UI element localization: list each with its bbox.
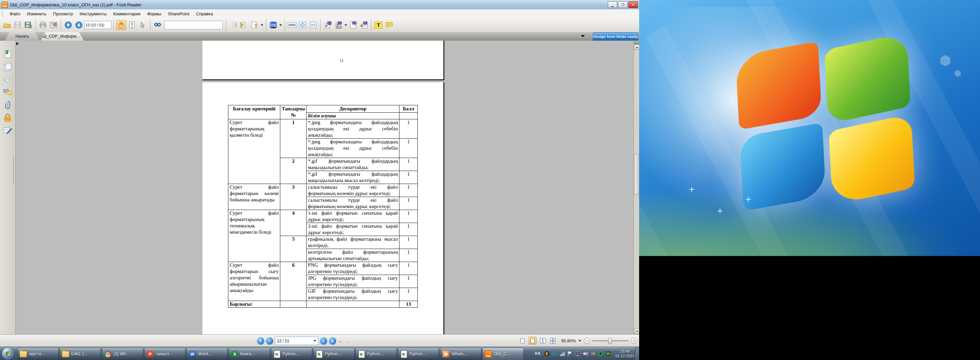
actual-size-icon[interactable]: 100% [287,20,297,30]
docusign-dropdown-caret[interactable] [279,24,282,26]
zoom-in-button[interactable]: + [631,338,637,344]
language-indicator[interactable]: KK [534,350,542,357]
action-center-flag-icon[interactable] [567,351,573,356]
previous-page-icon[interactable] [64,20,73,30]
menu-sharepoint[interactable]: SharePoint [165,9,193,18]
taskbar-button-word[interactable]: WWord... [186,348,228,360]
autoscroll-dropdown-caret[interactable] [261,24,263,26]
previous-view-icon[interactable] [229,20,238,30]
taskbar-button-chrome[interactable]: (3) Wh... [102,348,143,360]
taskbar-button-python-3[interactable]: Python... [355,348,397,360]
page-number-field[interactable] [84,21,111,29]
blank-pdf-icon[interactable] [348,20,358,30]
taskbar-button-foxit[interactable]: PDFОШ_С... [482,348,523,360]
email-icon[interactable] [49,20,58,30]
document-view[interactable]: 11 Бағалау критерийі Тапсырма № Дескрипт… [16,41,633,334]
title-bar[interactable]: PDF ОШ_СОР_Информатика_10 класс_ОГН_каз … [0,0,639,10]
select-annotation-icon[interactable] [138,20,148,30]
start-button[interactable] [2,348,14,359]
taskbar-button-folder-2[interactable]: БЖБ 2... [60,348,101,360]
menu-view[interactable]: Просмотр [50,9,76,18]
note-comment-icon[interactable] [385,20,394,30]
panel-expand-icon[interactable] [16,42,19,45]
taskbar-button-python-1[interactable]: Python... [271,348,312,360]
show-desktop-button[interactable] [635,347,639,360]
save-icon[interactable] [13,20,22,30]
layers-panel-icon[interactable] [3,75,13,85]
attachments-panel-icon[interactable] [3,100,13,110]
combine-pdf-icon[interactable] [359,20,369,30]
pdf-from-scanner-icon[interactable] [334,20,343,30]
open-file-icon[interactable] [2,20,12,30]
fit-width-icon[interactable] [309,20,318,30]
select-text-icon[interactable] [127,20,137,30]
volume-tray-icon[interactable] [582,351,588,356]
menu-file[interactable]: Файл [6,9,24,18]
taskbar-button-folder-1[interactable]: зертте... [18,348,59,360]
menu-forms[interactable]: Формы [144,9,165,18]
tab-close-icon[interactable]: x [83,34,85,38]
taskbar-button-excel[interactable]: XКнига... [229,348,270,360]
security-tray-icon[interactable] [544,351,550,356]
network-antenna-tray-icon[interactable] [552,351,557,356]
last-page-button[interactable]: ⤓ [329,338,336,345]
taskbar-button-whatsapp[interactable]: Whats... [440,348,481,360]
fit-page-icon[interactable] [298,20,307,30]
signature-panel-icon[interactable] [3,125,13,135]
color-app-tray-icon[interactable] [590,351,595,356]
green-status-tray-icon[interactable] [598,351,603,356]
minimize-button[interactable]: ▁ [608,2,617,8]
taskbar-clock[interactable]: 23:49 01.12.2021 [615,349,635,358]
promo-banner[interactable]: Design form fields easily [593,32,638,41]
zoom-slider[interactable] [592,340,629,341]
first-page-button[interactable]: ⤒ [257,338,264,345]
highlight-text-icon[interactable]: T [374,20,383,30]
taskbar-button-python-2[interactable]: Python... [313,348,355,360]
menu-help[interactable]: Справка [193,9,216,18]
zoom-out-button[interactable]: − [584,338,590,344]
pdf-from-file-icon[interactable] [323,20,332,30]
page-dropdown-caret[interactable] [313,340,316,342]
docusign-icon[interactable]: DS [269,20,278,30]
next-page-button[interactable]: ↓ [320,338,327,345]
hand-tool-icon[interactable] [116,20,126,30]
find-icon[interactable] [153,20,162,30]
scanner-dropdown-caret[interactable] [345,24,347,26]
continuous-layout-icon[interactable] [529,337,536,345]
pages-panel-icon[interactable] [3,62,13,72]
security-panel-icon[interactable] [3,113,13,123]
tab-start[interactable]: Начать [5,32,40,41]
next-page-icon[interactable] [74,20,84,30]
four-page-layout-icon[interactable] [549,337,557,345]
signal-bars-tray-icon[interactable] [560,351,565,356]
tab-document[interactable]: ОШ_СОР_Информ... x [41,32,84,41]
vertical-scrollbar[interactable]: ▲ ▼ [633,41,640,334]
single-page-layout-icon[interactable] [519,337,527,345]
taskbar-button-python-4[interactable]: Python... [398,348,439,360]
split-view-handle[interactable] [634,41,640,44]
menu-tools[interactable]: Инструменты [76,9,110,18]
panel-resize-grip[interactable] [13,157,14,183]
search-input[interactable] [164,21,223,29]
zoom-dropdown-caret[interactable] [579,340,581,342]
menu-comments[interactable]: Комментарии [110,9,144,18]
taskbar-button-powerpoint[interactable]: Pтаныст... [144,348,185,360]
zoom-slider-thumb[interactable] [608,338,612,344]
previous-page-button[interactable]: ↑ [266,338,273,345]
chat-app-tray-icon[interactable] [606,351,611,356]
comments-panel-icon[interactable] [3,87,13,98]
menu-edit[interactable]: Изменить [24,9,50,18]
status-page-indicator[interactable]: 12 / 21 [275,337,318,345]
save-all-icon[interactable] [24,20,33,30]
next-view-button[interactable]: → [345,338,350,344]
display-tray-icon[interactable] [575,351,580,356]
previous-view-button[interactable]: ← [338,338,343,344]
autoscroll-icon[interactable] [250,20,259,30]
close-button[interactable]: ✕ [628,2,638,8]
tab-list-dropdown-icon[interactable] [581,35,585,37]
next-view-icon[interactable] [239,20,249,30]
facing-layout-icon[interactable] [539,337,547,345]
maximize-button[interactable]: ❐ [618,2,627,8]
print-icon[interactable] [38,20,48,30]
bookmarks-panel-icon[interactable] [3,50,13,59]
